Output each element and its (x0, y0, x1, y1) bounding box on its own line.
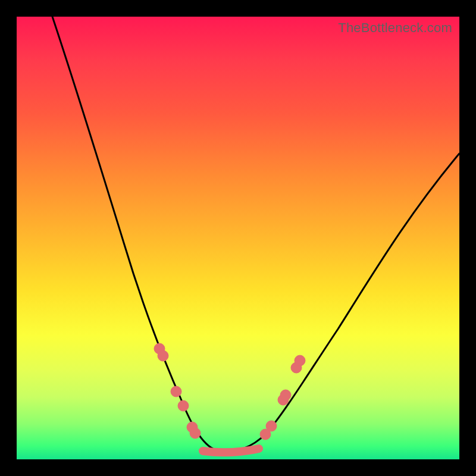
marker-dot (280, 390, 291, 400)
marker-dot (158, 350, 168, 361)
marker-group (154, 343, 305, 440)
chart-frame: TheBottleneck.com (0, 0, 476, 476)
marker-dot (190, 428, 201, 439)
marker-dot (266, 421, 277, 431)
chart-svg (17, 17, 459, 459)
marker-dot (295, 355, 305, 366)
marker-dot (171, 386, 181, 397)
bottleneck-curve (52, 17, 459, 452)
marker-dot (178, 400, 189, 411)
valley-floor-band (203, 449, 259, 452)
plot-area: TheBottleneck.com (17, 17, 459, 459)
